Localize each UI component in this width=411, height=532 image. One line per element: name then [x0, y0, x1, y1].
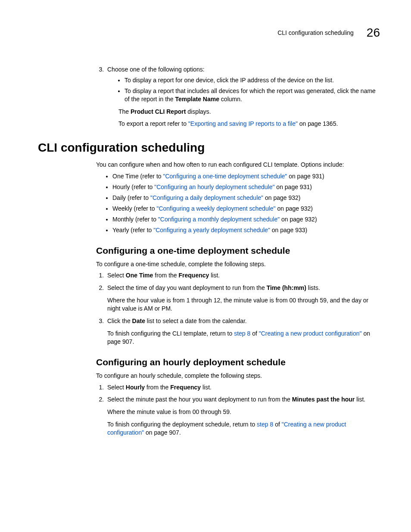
text-fragment: Daily (refer to	[112, 194, 150, 201]
opt-yearly: Yearly (refer to "Configuring a yearly d…	[112, 226, 380, 234]
heading-hourly: Configuring an hourly deployment schedul…	[96, 357, 380, 367]
text-fragment: Select the time of day you want deployme…	[107, 284, 267, 291]
product-cli-report-label: Product CLI Report	[131, 108, 186, 115]
text-fragment: on page 933)	[270, 227, 307, 233]
ot-step-1: Select One Time from the Frequency list.	[106, 271, 380, 280]
text-fragment: on page 932)	[263, 194, 300, 201]
scheduling-intro: You can configure when and how often to …	[96, 161, 380, 169]
text-fragment: The	[118, 108, 131, 115]
text-fragment: Select the minute past the hour you want…	[107, 396, 292, 403]
continued-steps: Choose one of the following options: To …	[96, 65, 380, 128]
date-label: Date	[132, 317, 145, 324]
heading-cli-scheduling: CLI configuration scheduling	[38, 141, 380, 155]
text-fragment: To finish configuring the deployment sch…	[107, 421, 257, 428]
link-weekly[interactable]: "Configuring a weekly deployment schedul…	[156, 205, 275, 212]
chapter-number: 26	[367, 26, 380, 40]
ot-step-2-note: Where the hour value is from 1 through 1…	[107, 296, 380, 313]
text-fragment: on page 931)	[274, 184, 311, 190]
opt-hourly: Hourly (refer to "Configuring an hourly …	[112, 183, 380, 191]
link-step-8[interactable]: step 8	[234, 330, 250, 337]
text-fragment: on page 932)	[276, 205, 313, 212]
text-fragment: list to select a date from the calendar.	[145, 317, 247, 324]
time-label: Time (hh:mm)	[267, 284, 306, 291]
h-step-1: Select Hourly from the Frequency list.	[106, 383, 380, 392]
text-fragment: column.	[219, 96, 242, 103]
text-fragment: on page 907.	[144, 429, 181, 436]
h-step-2-finish: To finish configuring the deployment sch…	[107, 420, 380, 437]
text-fragment: on page 1365.	[298, 120, 338, 127]
text-fragment: Hourly (refer to	[112, 184, 154, 190]
text-fragment: of	[250, 330, 258, 337]
link-daily[interactable]: "Configuring a daily deployment schedule…	[150, 194, 263, 201]
ot-step-3-note: To finish configuring the CLI template, …	[107, 330, 380, 346]
opt-monthly: Monthly (refer to "Configuring a monthly…	[112, 215, 380, 224]
link-one-time[interactable]: "Configuring a one-time deployment sched…	[163, 173, 287, 180]
one-time-label: One Time	[126, 272, 153, 279]
text-fragment: To display a report that includes all de…	[125, 87, 376, 103]
text-fragment: on page 931)	[287, 173, 324, 180]
text-fragment: To export a report refer to	[118, 120, 188, 127]
link-hourly[interactable]: "Configuring an hourly deployment schedu…	[154, 184, 274, 190]
text-fragment: displays.	[186, 108, 211, 115]
text-fragment: from the	[145, 384, 170, 391]
template-name-label: Template Name	[175, 96, 219, 103]
option-all-devices: To display a report that includes all de…	[125, 87, 380, 103]
minutes-past-label: Minutes past the hour	[292, 396, 355, 403]
text-fragment: of	[273, 421, 281, 428]
text-fragment: Select	[107, 272, 126, 279]
report-displays: The Product CLI Report displays.	[118, 108, 380, 116]
text-fragment: on page 932)	[280, 216, 317, 223]
ot-step-3: Click the Date list to select a date fro…	[106, 317, 380, 346]
h-step-2: Select the minute past the hour you want…	[106, 395, 380, 437]
one-time-intro: To configure a one-time schedule, comple…	[96, 260, 380, 268]
option-single-device: To display a report for one device, clic…	[125, 76, 380, 84]
link-monthly[interactable]: "Configuring a monthly deployment schedu…	[158, 216, 280, 223]
step-3-text: Choose one of the following options:	[107, 66, 205, 73]
link-yearly[interactable]: "Configuring a yearly deployment schedul…	[153, 227, 270, 233]
step-3-options: To display a report for one device, clic…	[107, 76, 380, 103]
hourly-steps: Select Hourly from the Frequency list. S…	[96, 383, 380, 437]
opt-daily: Daily (refer to "Configuring a daily dep…	[112, 194, 380, 202]
link-step-8[interactable]: step 8	[257, 421, 273, 428]
opt-weekly: Weekly (refer to "Configuring a weekly d…	[112, 205, 380, 213]
text-fragment: Select	[107, 384, 126, 391]
text-fragment: To finish configuring the CLI template, …	[107, 330, 234, 337]
hourly-label: Hourly	[126, 384, 145, 391]
link-exporting-reports[interactable]: "Exporting and saving IP reports to a fi…	[188, 120, 298, 127]
frequency-label: Frequency	[179, 272, 209, 279]
text-fragment: Yearly (refer to	[112, 227, 153, 233]
text-fragment: Click the	[107, 317, 132, 324]
heading-one-time: Configuring a one-time deployment schedu…	[96, 246, 380, 256]
frequency-label: Frequency	[170, 384, 201, 391]
page-header: CLI configuration scheduling 26	[38, 26, 380, 40]
text-fragment: list.	[355, 396, 365, 403]
opt-one-time: One Time (refer to "Configuring a one-ti…	[112, 172, 380, 180]
text-fragment: One Time (refer to	[112, 173, 163, 180]
text-fragment: list.	[201, 384, 212, 391]
schedule-options-list: One Time (refer to "Configuring a one-ti…	[96, 172, 380, 234]
header-title: CLI configuration scheduling	[277, 29, 354, 36]
text-fragment: list.	[209, 272, 220, 279]
text-fragment: from the	[153, 272, 178, 279]
link-creating-product-config[interactable]: "Creating a new product configuration"	[259, 330, 362, 337]
ot-step-2: Select the time of day you want deployme…	[106, 284, 380, 313]
text-fragment: lists.	[306, 284, 320, 291]
h-step-2-note: Where the minute value is from 00 throug…	[107, 408, 380, 416]
export-note: To export a report refer to "Exporting a…	[118, 120, 380, 128]
hourly-intro: To configure an hourly schedule, complet…	[96, 372, 380, 380]
text-fragment: Monthly (refer to	[112, 216, 158, 223]
text-fragment: Weekly (refer to	[112, 205, 156, 212]
one-time-steps: Select One Time from the Frequency list.…	[96, 271, 380, 345]
step-3: Choose one of the following options: To …	[106, 65, 380, 128]
